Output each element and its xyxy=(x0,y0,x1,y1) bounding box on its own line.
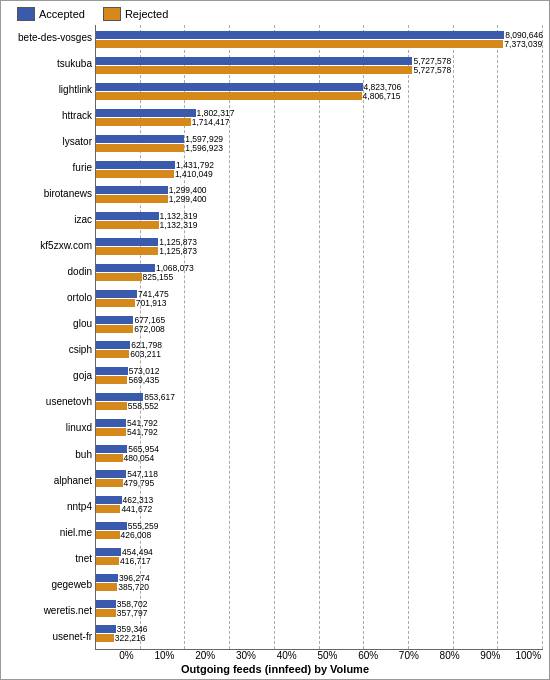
rejected-bar xyxy=(96,609,116,617)
rejected-bar xyxy=(96,583,117,591)
bar-row: 1,597,9291,596,923 xyxy=(96,130,543,156)
accepted-bar xyxy=(96,57,412,65)
rejected-bar-line: 385,720 xyxy=(96,583,543,591)
y-label: tnet xyxy=(7,554,92,564)
bar-pair: 547,118479,795 xyxy=(96,470,543,487)
bar-pair: 741,475701,913 xyxy=(96,290,543,307)
rejected-label: Rejected xyxy=(125,8,168,20)
bar-pair: 1,431,7921,410,049 xyxy=(96,161,543,178)
x-tick-label: 20% xyxy=(176,650,217,661)
accepted-bar-line: 565,954 xyxy=(96,445,543,453)
rejected-value: 322,216 xyxy=(115,633,146,643)
accepted-label: Accepted xyxy=(39,8,85,20)
bar-row: 741,475701,913 xyxy=(96,285,543,311)
accepted-bar-line: 1,068,073 xyxy=(96,264,543,272)
accepted-bar-line: 677,165 xyxy=(96,316,543,324)
y-label: usenetovh xyxy=(7,397,92,407)
accepted-bar xyxy=(96,135,184,143)
rejected-bar-line: 357,797 xyxy=(96,609,543,617)
bar-pair: 396,274385,720 xyxy=(96,574,543,591)
x-tick-label: 80% xyxy=(421,650,462,661)
bar-row: 547,118479,795 xyxy=(96,466,543,492)
rejected-bar-line: 1,410,049 xyxy=(96,170,543,178)
bar-pair: 1,125,8731,125,873 xyxy=(96,238,543,255)
bar-row: 4,823,7064,806,715 xyxy=(96,79,543,105)
rejected-value: 569,435 xyxy=(128,375,159,385)
accepted-icon xyxy=(17,7,35,21)
rejected-value: 1,132,319 xyxy=(160,220,198,230)
y-label: kf5zxw.com xyxy=(7,241,92,251)
rejected-value: 480,054 xyxy=(124,453,155,463)
x-tick-label: 60% xyxy=(339,650,380,661)
accepted-bar-line: 853,617 xyxy=(96,393,543,401)
accepted-bar xyxy=(96,212,159,220)
x-tick-label: 100% xyxy=(502,650,543,661)
accepted-bar xyxy=(96,109,196,117)
rejected-value: 441,672 xyxy=(121,504,152,514)
rejected-bar xyxy=(96,40,503,48)
accepted-bar xyxy=(96,419,126,427)
bar-pair: 1,299,4001,299,400 xyxy=(96,186,543,203)
bar-row: 555,259426,008 xyxy=(96,518,543,544)
accepted-bar-line: 1,125,873 xyxy=(96,238,543,246)
rejected-bar-line: 1,299,400 xyxy=(96,195,543,203)
rejected-bar-line: 426,008 xyxy=(96,531,543,539)
rejected-bar-line: 5,727,578 xyxy=(96,66,543,74)
accepted-bar xyxy=(96,161,175,169)
accepted-bar xyxy=(96,445,127,453)
bar-pair: 541,792541,792 xyxy=(96,419,543,436)
rejected-value: 1,299,400 xyxy=(169,194,207,204)
y-label: httrack xyxy=(7,111,92,121)
bars-area: 8,090,6467,373,0395,727,5785,727,5784,82… xyxy=(95,25,543,650)
accepted-bar xyxy=(96,548,121,556)
rejected-bar-line: 701,913 xyxy=(96,299,543,307)
bar-pair: 358,702357,797 xyxy=(96,600,543,617)
rejected-bar-line: 1,132,319 xyxy=(96,221,543,229)
rejected-bar xyxy=(96,299,135,307)
rejected-value: 672,008 xyxy=(134,324,165,334)
y-label: dodin xyxy=(7,267,92,277)
rejected-value: 558,552 xyxy=(128,401,159,411)
bar-pair: 621,798603,211 xyxy=(96,341,543,358)
rejected-bar-line: 541,792 xyxy=(96,428,543,436)
accepted-bar-line: 1,431,792 xyxy=(96,161,543,169)
rejected-value: 357,797 xyxy=(117,608,148,618)
accepted-bar xyxy=(96,316,133,324)
bar-row: 541,792541,792 xyxy=(96,414,543,440)
bar-row: 1,431,7921,410,049 xyxy=(96,156,543,182)
bar-rows: 8,090,6467,373,0395,727,5785,727,5784,82… xyxy=(96,25,543,649)
rejected-bar xyxy=(96,247,158,255)
rejected-bar xyxy=(96,221,159,229)
accepted-bar-line: 8,090,646 xyxy=(96,31,543,39)
y-label: alphanet xyxy=(7,476,92,486)
accepted-bar-line: 1,132,319 xyxy=(96,212,543,220)
y-label: bete-des-vosges xyxy=(7,33,92,43)
bar-pair: 1,068,073825,155 xyxy=(96,264,543,281)
chart-area: bete-des-vosgestsukubalightlinkhttrackly… xyxy=(7,25,543,650)
rejected-bar xyxy=(96,350,129,358)
accepted-bar xyxy=(96,83,363,91)
accepted-bar-line: 1,802,317 xyxy=(96,109,543,117)
bar-pair: 4,823,7064,806,715 xyxy=(96,83,543,100)
x-tick-label: 30% xyxy=(217,650,258,661)
accepted-bar-line: 621,798 xyxy=(96,341,543,349)
rejected-bar-line: 7,373,039 xyxy=(96,40,543,48)
legend: Accepted Rejected xyxy=(7,7,543,21)
rejected-value: 1,125,873 xyxy=(159,246,197,256)
x-axis-labels: 0%10%20%30%40%50%60%70%80%90%100% xyxy=(95,650,543,661)
rejected-value: 479,795 xyxy=(124,478,155,488)
rejected-value: 385,720 xyxy=(118,582,149,592)
accepted-bar-line: 555,259 xyxy=(96,522,543,530)
rejected-bar xyxy=(96,273,142,281)
rejected-bar-line: 825,155 xyxy=(96,273,543,281)
bar-row: 1,132,3191,132,319 xyxy=(96,208,543,234)
bar-row: 1,299,4001,299,400 xyxy=(96,182,543,208)
bar-row: 1,125,8731,125,873 xyxy=(96,234,543,260)
bar-row: 677,165672,008 xyxy=(96,311,543,337)
legend-rejected: Rejected xyxy=(103,7,168,21)
rejected-bar xyxy=(96,454,123,462)
x-tick-label: 40% xyxy=(258,650,299,661)
bar-row: 853,617558,552 xyxy=(96,389,543,415)
rejected-value: 7,373,039 xyxy=(504,39,542,49)
rejected-bar xyxy=(96,376,127,384)
